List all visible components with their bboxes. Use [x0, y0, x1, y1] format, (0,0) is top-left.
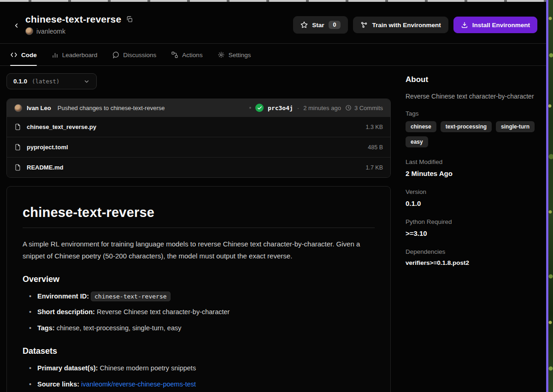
file-icon [14, 164, 21, 171]
readme-card: chinese-text-reverse A simple RL environ… [6, 186, 391, 392]
python-required-value: >=3.10 [406, 229, 536, 237]
item-label: Primary dataset(s): [37, 364, 98, 372]
tab-discussions[interactable]: Discussions [106, 44, 162, 65]
item-label: Environment ID: [37, 293, 89, 300]
item-label: Tags: [37, 324, 55, 332]
code-icon [10, 51, 18, 59]
title-block: chinese-text-reverse ivanleomk [25, 14, 133, 35]
tab-leaderboard-label: Leaderboard [62, 52, 98, 59]
star-button[interactable]: Star 0 [293, 16, 348, 34]
separator-dot [249, 107, 251, 109]
tab-code-label: Code [21, 52, 37, 59]
file-icon [14, 123, 21, 130]
dependencies-value: verifiers>=0.1.8.post2 [406, 259, 536, 266]
desktop-wallpaper-sliver [548, 0, 553, 392]
tags-label: Tags [406, 110, 536, 117]
page-header: chinese-text-reverse ivanleomk Star 0 Tr… [0, 2, 547, 43]
version-select-value: 0.1.0 [13, 78, 27, 85]
tab-leaderboard[interactable]: Leaderboard [46, 44, 103, 65]
tag-pill[interactable]: single-turn [496, 121, 535, 132]
about-sidebar: About Reverse Chinese text character-by-… [406, 73, 540, 392]
list-item: Source links: ivanleomk/reverse-chinese-… [26, 380, 375, 390]
bar-chart-icon [52, 52, 59, 59]
environment-id-code: chinese-text-reverse [91, 292, 171, 301]
file-row[interactable]: README.md 1.7 KB [7, 157, 390, 177]
star-count-badge: 0 [329, 21, 341, 29]
latest-commit-row[interactable]: Ivan Leo Pushed changes to chinese-text-… [7, 99, 390, 117]
file-name: pyproject.toml [27, 144, 68, 151]
readme-overview-heading: Overview [23, 275, 375, 284]
readme-overview-list: Environment ID: chinese-text-reverse Sho… [26, 292, 375, 333]
star-icon [300, 21, 308, 29]
commit-count-label: 3 Commits [354, 105, 383, 111]
version-select[interactable]: 0.1.0 (latest) [6, 73, 97, 89]
chat-bubble-icon [112, 51, 119, 59]
install-label: Install Environment [472, 22, 530, 29]
tab-actions[interactable]: Actions [165, 44, 208, 65]
file-name: README.md [27, 164, 63, 171]
commit-sep: · [297, 105, 299, 111]
environment-page: chinese-text-reverse ivanleomk Star 0 Tr… [0, 2, 547, 392]
window-edge-highlight [546, 0, 548, 392]
list-item: Tags: chinese, text-processing, single-t… [26, 323, 375, 333]
clock-icon [345, 105, 352, 111]
gear-icon [218, 51, 225, 59]
owner-name: ivanleomk [36, 28, 65, 35]
readme-intro: A simple RL environment for training lan… [23, 238, 375, 263]
file-icon [14, 144, 21, 151]
chevron-left-icon [13, 22, 20, 29]
readme-title: chinese-text-reverse [23, 205, 375, 228]
commit-author: Ivan Leo [27, 105, 51, 111]
version-label: Version [406, 188, 536, 195]
list-item: Short description: Reverse Chinese text … [26, 307, 375, 317]
version-value: 0.1.0 [406, 199, 536, 207]
file-size: 1.7 KB [365, 164, 383, 171]
train-label: Train with Environment [372, 22, 441, 29]
list-item: Environment ID: chinese-text-reverse [26, 292, 375, 302]
commit-author-avatar [14, 104, 22, 112]
check-success-icon [255, 104, 264, 112]
item-text: chinese, text-processing, single-turn, e… [57, 324, 182, 332]
chevron-down-icon [83, 78, 90, 85]
file-size: 1.3 KB [365, 124, 383, 130]
tab-actions-label: Actions [182, 52, 202, 59]
tab-discussions-label: Discussions [123, 52, 156, 59]
commit-time: 2 minutes ago [303, 105, 341, 111]
item-label: Source links: [37, 380, 79, 388]
page-title: chinese-text-reverse [25, 14, 121, 25]
tag-pill[interactable]: chinese [406, 121, 436, 132]
readme-datasets-heading: Datasets [23, 346, 375, 356]
tab-code[interactable]: Code [5, 44, 42, 65]
files-card: Ivan Leo Pushed changes to chinese-text-… [6, 99, 391, 178]
source-link[interactable]: ivanleomk/reverse-chinese-poems-test [81, 380, 196, 388]
owner-row[interactable]: ivanleomk [25, 27, 133, 35]
item-label: Short description: [37, 308, 95, 316]
install-environment-button[interactable]: Install Environment [453, 17, 537, 33]
last-modified-label: Last Modified [406, 158, 536, 165]
owner-avatar [25, 27, 33, 35]
item-text: Chinese modern poetry snippets [100, 364, 196, 372]
item-text: Reverse Chinese text character-by-charac… [97, 308, 230, 316]
actions-workflow-icon [171, 51, 178, 59]
commit-hash[interactable]: prc3o4j [268, 105, 293, 111]
tag-pill[interactable]: easy [406, 136, 428, 147]
file-row[interactable]: pyproject.toml 485 B [7, 137, 390, 157]
file-name: chinese_text_reverse.py [27, 123, 96, 130]
commit-count[interactable]: 3 Commits [345, 105, 383, 111]
back-button[interactable] [13, 22, 20, 29]
copy-icon[interactable] [126, 16, 133, 23]
last-modified-value: 2 Minutes Ago [406, 170, 536, 177]
window-top-strip [0, 0, 547, 2]
tab-bar: Code Leaderboard Discussions Actions Set… [0, 43, 547, 66]
tab-settings[interactable]: Settings [212, 44, 257, 65]
list-item: Primary dataset(s): Chinese modern poetr… [26, 363, 375, 374]
tag-pill[interactable]: text-processing [441, 121, 492, 132]
train-with-environment-button[interactable]: Train with Environment [353, 17, 448, 33]
download-icon [461, 21, 468, 29]
main-column: 0.1.0 (latest) Ivan Leo Pushed changes t… [6, 73, 391, 392]
about-heading: About [406, 75, 536, 84]
readme-datasets-list: Primary dataset(s): Chinese modern poetr… [26, 363, 375, 392]
content-area: 0.1.0 (latest) Ivan Leo Pushed changes t… [0, 66, 547, 392]
file-row[interactable]: chinese_text_reverse.py 1.3 KB [7, 117, 390, 137]
dependencies-label: Dependencies [406, 248, 536, 255]
